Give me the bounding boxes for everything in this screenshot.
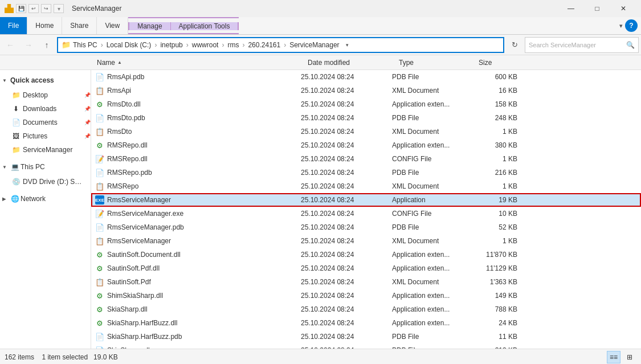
table-row[interactable]: 📝 RmsServiceManager.exe 25.10.2024 08:24… [91, 207, 641, 220]
file-name: RmsDto.pdb [107, 114, 301, 122]
search-box[interactable]: Search ServiceManager 🔍 [525, 37, 639, 53]
table-row[interactable]: 📋 RMSRepo 25.10.2024 08:24 XML Document … [91, 179, 641, 193]
address-bar[interactable]: 📁 This PC › Local Disk (C:) › inetpub › … [57, 37, 504, 53]
help-button[interactable]: ? [625, 19, 638, 32]
table-row[interactable]: 📄 SkiaSharp.pdb 25.10.2024 08:24 PDB Fil… [91, 343, 641, 349]
servicemanager-folder-icon: 📁 [11, 146, 21, 154]
search-icon[interactable]: 🔍 [626, 41, 635, 49]
table-row[interactable]: 📄 RMSRepo.pdb 25.10.2024 08:24 PDB File … [91, 166, 641, 179]
table-row[interactable]: 📄 RmsServiceManager.pdb 25.10.2024 08:24… [91, 220, 641, 234]
table-row[interactable]: ⚙ ShimSkiaSharp.dll 25.10.2024 08:24 App… [91, 289, 641, 302]
table-row[interactable]: 📋 RmsDto 25.10.2024 08:24 XML Document 1… [91, 125, 641, 138]
file-type: Application exten... [392, 319, 472, 327]
expand-ribbon-btn[interactable]: ▾ [619, 22, 623, 30]
file-icon: ⚙ [95, 250, 105, 260]
sidebar-section-thispc[interactable]: ▼ 💻 This PC [0, 159, 91, 175]
crumb-wwwroot[interactable]: wwwroot [192, 41, 219, 49]
file-date: 25.10.2024 08:24 [301, 196, 392, 204]
table-row[interactable]: ⚙ SkiaSharp.HarfBuzz.dll 25.10.2024 08:2… [91, 316, 641, 330]
file-type: PDB File [392, 114, 472, 122]
customize-icon[interactable]: ▾ [54, 4, 64, 13]
file-date: 25.10.2024 08:24 [301, 155, 392, 163]
file-type: Application exten... [392, 264, 472, 272]
col-header-size[interactable]: Size [479, 59, 536, 67]
title-bar: 💾 ↩ ↪ ▾ ServiceManager — □ ✕ [0, 0, 641, 17]
table-row[interactable]: EXE RmsServiceManager 25.10.2024 08:24 A… [91, 193, 641, 207]
crumb-rms[interactable]: rms [227, 41, 239, 49]
table-row[interactable]: 📋 SautinSoft.Pdf 25.10.2024 08:24 XML Do… [91, 275, 641, 289]
back-button[interactable]: ← [2, 37, 18, 53]
table-row[interactable]: 📝 RMSRepo.dll 25.10.2024 08:24 CONFIG Fi… [91, 152, 641, 166]
file-name: RmsApi [107, 87, 301, 95]
window-controls: — □ ✕ [558, 0, 636, 17]
sidebar-label-network: Network [21, 195, 46, 203]
file-type: PDB File [392, 333, 472, 341]
tab-view[interactable]: View [97, 17, 128, 34]
refresh-button[interactable]: ↻ [507, 37, 522, 53]
tab-share[interactable]: Share [62, 17, 97, 34]
file-icon: ⚙ [95, 140, 105, 150]
up-button[interactable]: ↑ [39, 37, 55, 53]
maximize-button[interactable]: □ [584, 0, 610, 17]
table-row[interactable]: ⚙ SkiaSharp.dll 25.10.2024 08:24 Applica… [91, 302, 641, 316]
file-type: Application [392, 196, 472, 204]
sidebar-section-quickaccess[interactable]: ▼ Quick access [0, 72, 91, 88]
close-button[interactable]: ✕ [610, 0, 636, 17]
file-type: Application exten... [392, 292, 472, 300]
tab-manage[interactable]: Manage [128, 22, 170, 30]
file-date: 25.10.2024 08:24 [301, 182, 392, 190]
crumb-inetpub[interactable]: inetpub [160, 41, 182, 49]
file-size: 16 KB [472, 87, 517, 95]
view-tiles-btn[interactable]: ⊞ [623, 351, 636, 363]
redo-icon[interactable]: ↪ [41, 4, 51, 13]
table-row[interactable]: 📄 RmsApi.pdb 25.10.2024 08:24 PDB File 6… [91, 70, 641, 84]
file-size: 1 KB [472, 237, 517, 245]
file-name: RmsServiceManager.exe [107, 210, 301, 218]
sidebar-item-documents[interactable]: 📄 Documents 📌 [0, 116, 91, 129]
sidebar-label-dvd: DVD Drive (D:) SSS_X6 [23, 178, 85, 186]
tab-file[interactable]: File [0, 17, 27, 34]
crumb-thispc[interactable]: This PC [73, 41, 97, 49]
file-type: Application exten... [392, 141, 472, 149]
table-row[interactable]: ⚙ RMSRepo.dll 25.10.2024 08:24 Applicati… [91, 138, 641, 152]
table-row[interactable]: ⚙ RmsDto.dll 25.10.2024 08:24 Applicatio… [91, 97, 641, 111]
col-header-type[interactable]: Type [399, 59, 479, 67]
pin-icon-documents: 📌 [84, 120, 91, 125]
col-header-date[interactable]: Date modified [308, 59, 399, 67]
view-details-btn[interactable]: ≡≡ [607, 351, 620, 363]
file-icon: 📄 [95, 167, 105, 178]
address-dropdown-btn[interactable]: ▾ [342, 42, 353, 48]
tab-home[interactable]: Home [27, 17, 62, 34]
downloads-icon: ⬇ [11, 105, 21, 113]
sidebar-item-servicemanager[interactable]: 📁 ServiceManager [0, 143, 91, 157]
file-size: 248 KB [472, 114, 517, 122]
file-date: 25.10.2024 08:24 [301, 346, 392, 349]
crumb-localdisk[interactable]: Local Disk (C:) [107, 41, 152, 49]
save-icon[interactable]: 💾 [16, 4, 26, 13]
file-size: 380 KB [472, 141, 517, 149]
table-row[interactable]: ⚙ SautinSoft.Document.dll 25.10.2024 08:… [91, 248, 641, 261]
table-row[interactable]: ⚙ SautinSoft.Pdf.dll 25.10.2024 08:24 Ap… [91, 261, 641, 275]
table-row[interactable]: 📋 RmsServiceManager 25.10.2024 08:24 XML… [91, 234, 641, 248]
file-date: 25.10.2024 08:24 [301, 114, 392, 122]
forward-button[interactable]: → [21, 37, 36, 53]
sidebar-item-downloads[interactable]: ⬇ Downloads 📌 [0, 102, 91, 116]
file-icon: 📝 [95, 154, 105, 164]
sidebar-item-desktop[interactable]: 📁 Desktop 📌 [0, 88, 91, 102]
file-type: XML Document [392, 87, 472, 95]
crumb-version[interactable]: 260.24161 [248, 41, 280, 49]
col-header-name[interactable]: Name ▲ [97, 59, 308, 67]
tab-apptools[interactable]: Application Tools [170, 22, 239, 30]
folder-icon [5, 4, 14, 13]
sidebar-item-pictures[interactable]: 🖼 Pictures 📌 [0, 129, 91, 143]
file-size: 1 KB [472, 155, 517, 163]
undo-icon[interactable]: ↩ [28, 4, 39, 13]
table-row[interactable]: 📄 RmsDto.pdb 25.10.2024 08:24 PDB File 2… [91, 111, 641, 125]
table-row[interactable]: 📄 SkiaSharp.HarfBuzz.pdb 25.10.2024 08:2… [91, 330, 641, 343]
sidebar-section-network[interactable]: ▶ 🌐 Network [0, 191, 91, 207]
sidebar-item-dvd[interactable]: 💿 DVD Drive (D:) SSS_X6 [0, 175, 91, 189]
minimize-button[interactable]: — [558, 0, 584, 17]
file-list: 📄 RmsApi.pdb 25.10.2024 08:24 PDB File 6… [91, 70, 641, 349]
table-row[interactable]: 📋 RmsApi 25.10.2024 08:24 XML Document 1… [91, 84, 641, 97]
crumb-servicemanager[interactable]: ServiceManager [289, 41, 339, 49]
